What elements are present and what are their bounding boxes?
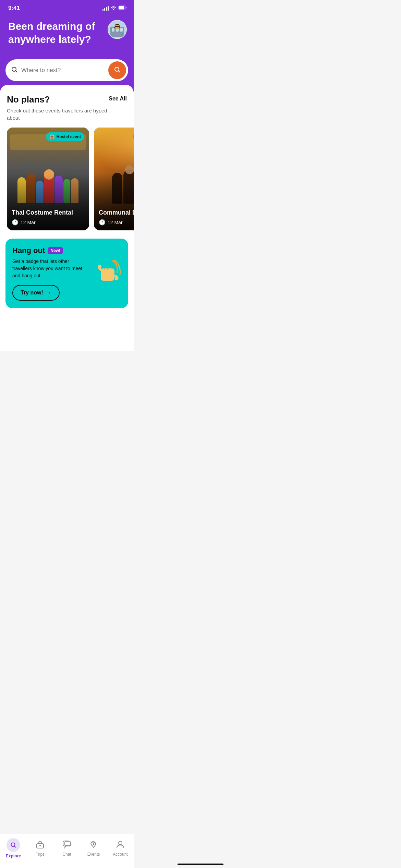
event-info-2: Communal Dinn... 🕐 12 Mar [94,204,134,230]
header-title: Been dreaming of anywhere lately? [8,20,102,46]
see-all-button[interactable]: See All [109,94,127,102]
search-bar[interactable] [5,59,128,81]
svg-point-9 [115,67,119,71]
avatar[interactable] [108,20,127,39]
header: Been dreaming of anywhere lately? [0,14,134,59]
search-button[interactable] [108,61,126,79]
wifi-icon [111,5,116,11]
event-title-1: Thai Costume Rental [12,209,84,216]
hangout-description: Get a badge that lets other travellers k… [12,258,88,279]
hangout-icon [94,258,121,289]
status-bar: 9:41 [0,0,134,14]
svg-point-8 [12,67,16,71]
clock-icon-2: 🕐 [99,219,106,226]
svg-rect-1 [119,6,124,10]
event-info-1: Thai Costume Rental 🕐 12 Mar [7,204,89,230]
clock-icon-1: 🕐 [12,219,19,226]
svg-rect-10 [101,268,114,281]
status-time: 9:41 [8,5,20,12]
event-date-1: 🕐 12 Mar [12,219,84,226]
section-title: No plans? [7,94,109,105]
section-subtitle: Check out these events travellers are hy… [7,107,109,121]
arrow-right-icon: → [46,290,51,296]
event-card-1[interactable]: 🏨 Hostel event Thai Costume Rental 🕐 12 … [7,128,89,230]
status-icons [102,5,127,11]
section-title-block: No plans? Check out these events travell… [7,94,109,121]
search-input[interactable] [21,67,105,74]
no-plans-section-header: No plans? Check out these events travell… [0,94,134,121]
hangout-banner: Hang out New! Get a badge that lets othe… [5,239,128,308]
svg-rect-6 [120,28,123,32]
search-icon-left [11,66,18,75]
battery-icon [118,5,127,11]
new-badge: New! [48,247,63,254]
event-badge-1: 🏨 Hostel event [46,132,84,141]
hangout-text: Hang out New! Get a badge that lets othe… [12,246,88,301]
svg-rect-4 [112,28,114,32]
hostel-icon: 🏨 [49,134,55,139]
search-button-icon [114,66,121,75]
main-content: No plans? Check out these events travell… [0,85,134,351]
event-title-2: Communal Dinn... [99,209,134,216]
events-scroll: 🏨 Hostel event Thai Costume Rental 🕐 12 … [0,128,134,230]
event-card-2[interactable]: 🏨 Hostel event Communal Dinn... 🕐 12 Mar [94,128,134,230]
hangout-title: Hang out New! [12,246,88,255]
signal-icon [102,6,109,11]
event-date-2: 🕐 12 Mar [99,219,134,226]
try-now-button[interactable]: Try now! → [12,285,60,301]
avatar-image [108,20,127,39]
